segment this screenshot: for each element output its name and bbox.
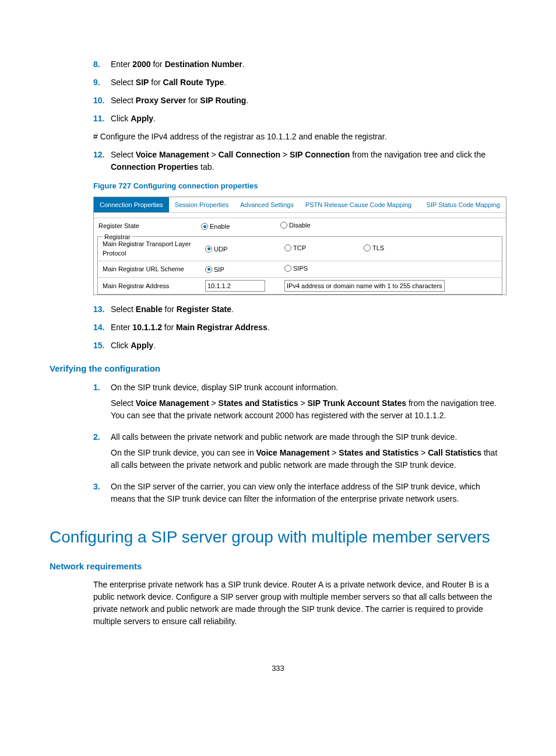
registrar-address-label: Main Registrar Address: [98, 277, 200, 294]
step-11: 11. Click Apply.: [50, 113, 506, 125]
heading-verifying: Verifying the configuration: [50, 362, 506, 376]
step-text: Select Proxy Server for SIP Routing.: [111, 94, 506, 107]
radio-tcp[interactable]: TCP: [284, 243, 306, 253]
registrar-fieldset: Registrar Main Registrar Transport Layer…: [97, 236, 502, 295]
step-number: 2.: [93, 431, 111, 475]
verify-step-3: 3. On the SIP server of the carrier, you…: [50, 481, 506, 509]
register-state-row: Register State Enable Disable: [94, 218, 506, 234]
step-text: On the SIP server of the carrier, you ca…: [111, 481, 506, 509]
radio-icon: [280, 222, 287, 229]
figure-727: Connection Properties Session Properties…: [93, 197, 506, 296]
heading-network-requirements: Network requirements: [50, 560, 506, 573]
verify-step-1: 1. On the SIP trunk device, display SIP …: [50, 382, 506, 425]
tab-sip-status-mapping[interactable]: SIP Status Code Mapping: [421, 197, 506, 213]
tab-pstn-mapping[interactable]: PSTN Release Cause Code Mapping: [300, 197, 421, 213]
registrar-address-input[interactable]: 10.1.1.2: [205, 280, 265, 292]
radio-icon: [284, 265, 291, 272]
radio-icon: [284, 244, 291, 251]
step-text: All calls between the private network an…: [111, 431, 506, 475]
radio-tls[interactable]: TLS: [364, 243, 384, 253]
step-number: 13.: [93, 303, 111, 316]
radio-icon: [364, 244, 371, 251]
step-10: 10. Select Proxy Server for SIP Routing.: [50, 94, 506, 107]
network-requirements-body: The enterprise private network has a SIP…: [50, 579, 506, 628]
step-number: 8.: [93, 58, 111, 71]
radio-disable[interactable]: Disable: [280, 220, 311, 230]
step-number: 1.: [93, 382, 111, 425]
step-text: Enter 10.1.1.2 for Main Registrar Addres…: [111, 321, 506, 334]
step-number: 11.: [93, 113, 111, 125]
step-text: Click Apply.: [111, 113, 506, 125]
step-number: 10.: [93, 94, 111, 107]
radio-icon: [201, 223, 208, 230]
radio-icon: [205, 246, 212, 253]
step-number: 14.: [93, 321, 111, 334]
radio-udp[interactable]: UDP: [205, 244, 227, 254]
radio-sip[interactable]: SIP: [205, 265, 224, 275]
step-text: Enter 2000 for Destination Number.: [111, 58, 506, 71]
register-state-label: Register State: [94, 218, 196, 234]
figure-caption: Figure 727 Configuring connection proper…: [50, 180, 506, 192]
step-13: 13. Select Enable for Register State.: [50, 303, 506, 316]
step-9: 9. Select SIP for Call Route Type.: [50, 76, 506, 89]
step-number: 9.: [93, 76, 111, 89]
verify-step-2: 2. All calls between the private network…: [50, 431, 506, 475]
step-text: On the SIP trunk device, display SIP tru…: [111, 382, 506, 425]
radio-enable[interactable]: Enable: [201, 222, 230, 232]
step-8: 8. Enter 2000 for Destination Number.: [50, 58, 506, 71]
url-scheme-label: Main Registrar URL Scheme: [98, 261, 200, 277]
tab-session-properties[interactable]: Session Properties: [169, 197, 234, 213]
step-number: 15.: [93, 340, 111, 352]
step-text: Click Apply.: [111, 340, 506, 352]
step-14: 14. Enter 10.1.1.2 for Main Registrar Ad…: [50, 321, 506, 334]
tab-connection-properties[interactable]: Connection Properties: [94, 197, 169, 213]
radio-sips[interactable]: SIPS: [284, 264, 308, 274]
step-15: 15. Click Apply.: [50, 340, 506, 352]
heading-configuring-sip-group: Configuring a SIP server group with mult…: [50, 525, 506, 550]
step-text: Select Enable for Register State.: [111, 303, 506, 316]
step-text: Select Voice Management > Call Connectio…: [111, 149, 506, 173]
step-text: Select SIP for Call Route Type.: [111, 76, 506, 89]
step-12: 12. Select Voice Management > Call Conne…: [50, 149, 506, 173]
radio-icon: [205, 266, 212, 273]
registrar-legend: Registrar: [103, 232, 132, 242]
tab-bar: Connection Properties Session Properties…: [94, 197, 506, 213]
step-number: 12.: [93, 149, 111, 173]
page-number: 333: [50, 663, 506, 674]
registrar-address-hint: IPv4 address or domain name with 1 to 25…: [284, 280, 445, 292]
comment-line: # Configure the IPv4 address of the regi…: [50, 131, 506, 143]
tab-advanced-settings[interactable]: Advanced Settings: [234, 197, 300, 213]
step-number: 3.: [93, 481, 111, 509]
